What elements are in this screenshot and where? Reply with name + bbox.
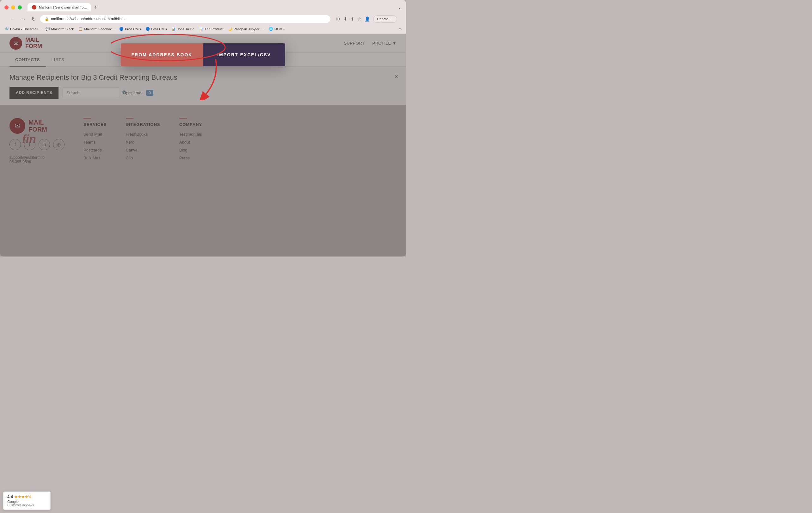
- active-tab[interactable]: Mailform | Send snail mail fro… ×: [28, 3, 91, 11]
- feedback-favicon: 📋: [79, 27, 83, 31]
- bookmarks-bar: 🐳 Dokku - The small... 💬 Mailform Slack …: [0, 25, 406, 34]
- tab-overflow-button[interactable]: ⌄: [398, 5, 402, 10]
- bookmark-jobs-label: Jobs To Do: [177, 27, 195, 31]
- from-address-book-button[interactable]: FROM ADDRESS BOOK: [121, 43, 203, 66]
- slack-favicon: 💬: [46, 27, 50, 31]
- home-favicon: 🌐: [269, 27, 273, 31]
- browser-titlebar: Mailform | Send snail mail fro… × + ⌄ ← …: [0, 0, 406, 25]
- browser-tabs: Mailform | Send snail mail fro… × +: [28, 3, 100, 11]
- browser-controls: Mailform | Send snail mail fro… × + ⌄: [4, 3, 402, 11]
- page-content: ✉ MAIL FORM SUPPORT PROFILE ▼ CONTACTS: [0, 34, 406, 256]
- jobs-favicon: 📊: [171, 27, 176, 31]
- bookmark-feedback[interactable]: 📋 Mailform Feedbac...: [79, 27, 115, 31]
- product-favicon: 📊: [199, 27, 203, 31]
- import-excel-csv-button[interactable]: IMPORT EXCEL/CSV: [203, 43, 285, 66]
- dokku-favicon: 🐳: [4, 27, 9, 31]
- refresh-button[interactable]: ↻: [30, 16, 37, 23]
- address-bar[interactable]: 🔒 mailform.io/webapp/addressbook.html#/l…: [40, 15, 330, 23]
- app-area: ✉ MAIL FORM SUPPORT PROFILE ▼ CONTACTS: [0, 34, 406, 256]
- bookmark-home-label: HOME: [274, 27, 285, 31]
- bookmark-prod-cms-label: Prod CMS: [125, 27, 141, 31]
- profile-icon[interactable]: 👤: [365, 17, 370, 22]
- bookmark-product-label: The Product: [205, 27, 224, 31]
- close-dot[interactable]: [4, 5, 8, 9]
- maximize-dot[interactable]: [18, 5, 22, 9]
- tab-favicon: [32, 5, 36, 9]
- bookmark-prod-cms[interactable]: 🔵 Prod CMS: [119, 27, 141, 31]
- update-label: Update: [377, 17, 388, 21]
- new-tab-button[interactable]: +: [91, 3, 100, 11]
- download-icon[interactable]: ⬇: [343, 17, 347, 22]
- prod-cms-favicon: 🔵: [119, 27, 124, 31]
- url-text: mailform.io/webapp/addressbook.html#/lis…: [51, 17, 326, 21]
- bookmark-slack-label: Mailform Slack: [51, 27, 74, 31]
- share-icon[interactable]: ⬆: [350, 17, 354, 22]
- bookmark-jupyter[interactable]: 🌙 Pangolin JupyterL...: [228, 27, 264, 31]
- bookmark-product[interactable]: 📊 The Product: [199, 27, 224, 31]
- bookmarks-more-button[interactable]: »: [399, 27, 402, 32]
- browser-addressbar: ← → ↻ 🔒 mailform.io/webapp/addressbook.h…: [4, 13, 402, 25]
- bookmark-jobs[interactable]: 📊 Jobs To Do: [171, 27, 195, 31]
- bookmark-feedback-label: Mailform Feedbac...: [84, 27, 115, 31]
- bookmark-beta-cms-label: Beta CMS: [151, 27, 167, 31]
- minimize-dot[interactable]: [11, 5, 15, 9]
- browser-window: Mailform | Send snail mail fro… × + ⌄ ← …: [0, 0, 406, 256]
- bookmark-dokku-label: Dokku - The small...: [10, 27, 41, 31]
- modal-overlay[interactable]: FROM ADDRESS BOOK IMPORT EXCEL/CSV: [0, 34, 406, 256]
- bookmark-slack[interactable]: 💬 Mailform Slack: [46, 27, 74, 31]
- bookmark-beta-cms[interactable]: 🔵 Beta CMS: [145, 27, 167, 31]
- tab-title: Mailform | Send snail mail fro…: [39, 5, 87, 9]
- update-menu-icon: ⋮: [389, 17, 393, 21]
- beta-cms-favicon: 🔵: [145, 27, 150, 31]
- toolbar-icons: ⚙ ⬇ ⬆ ☆ 👤 Update ⋮: [336, 16, 397, 23]
- modal-box: FROM ADDRESS BOOK IMPORT EXCEL/CSV: [121, 43, 285, 66]
- lock-icon: 🔒: [45, 17, 49, 21]
- jupyter-favicon: 🌙: [228, 27, 232, 31]
- bookmark-jupyter-label: Pangolin JupyterL...: [234, 27, 264, 31]
- bookmark-icon[interactable]: ☆: [357, 17, 361, 22]
- bookmark-dokku[interactable]: 🐳 Dokku - The small...: [4, 27, 41, 31]
- update-button[interactable]: Update ⋮: [373, 16, 397, 23]
- forward-button[interactable]: →: [20, 16, 27, 23]
- bookmark-home[interactable]: 🌐 HOME: [269, 27, 285, 31]
- extensions-icon[interactable]: ⚙: [336, 17, 340, 22]
- back-button[interactable]: ←: [9, 16, 17, 23]
